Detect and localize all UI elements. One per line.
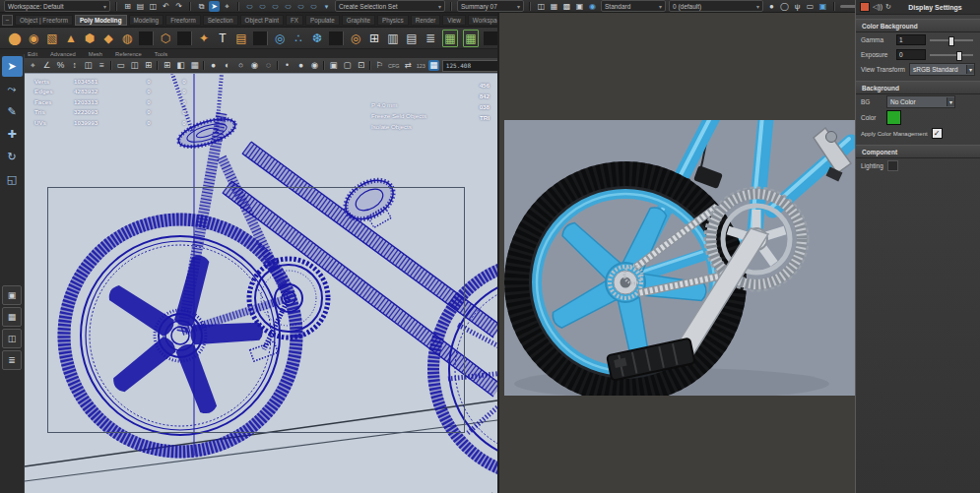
- submenu-item[interactable]: Advanced: [50, 51, 76, 57]
- scale-tool-icon[interactable]: ◱: [2, 169, 23, 190]
- wireframe-view-icon[interactable]: ○: [235, 60, 246, 71]
- unwrap-icon[interactable]: ▦: [463, 30, 479, 47]
- layout-wide-icon[interactable]: ◧: [175, 60, 186, 71]
- exposure-input[interactable]: [896, 49, 926, 60]
- undo-icon[interactable]: ↶: [161, 1, 171, 12]
- ribbon-tab[interactable]: FX: [286, 15, 303, 26]
- refresh-icon[interactable]: ↻: [885, 3, 891, 11]
- fluid-icon[interactable]: ◎: [273, 31, 287, 46]
- minimize-ribbon-button[interactable]: ‒: [2, 15, 13, 26]
- active-grid-icon[interactable]: ▦: [428, 60, 439, 71]
- select-tool-icon[interactable]: ➤: [2, 56, 23, 77]
- color-chip-icon[interactable]: [860, 2, 870, 12]
- swap-icon[interactable]: ⇄: [403, 60, 414, 71]
- sphere-preview-icon[interactable]: ◉: [309, 60, 320, 71]
- isolate-icon[interactable]: ▣: [328, 60, 339, 71]
- ribbon-tab[interactable]: Render: [411, 15, 441, 26]
- cylinder-icon[interactable]: ⬢: [83, 31, 97, 46]
- mirror-icon[interactable]: ◫: [536, 1, 547, 12]
- mirror-tool-icon[interactable]: ◫: [83, 60, 94, 71]
- layout-quad-icon[interactable]: ⊞: [162, 60, 172, 71]
- redo-icon[interactable]: ↷: [173, 1, 184, 12]
- snapshot-icon[interactable]: ▣: [2, 285, 22, 305]
- open-folder-icon[interactable]: ▤: [135, 1, 146, 12]
- soft-select-icon[interactable]: ⤳: [2, 79, 23, 99]
- align-tool-icon[interactable]: ≡: [97, 60, 107, 71]
- exposure-slider[interactable]: [930, 54, 973, 56]
- spinner-snap-icon[interactable]: ↕: [69, 60, 80, 71]
- board-icon[interactable]: ▤: [234, 31, 248, 46]
- ribbon-tab[interactable]: Object | Freeform: [15, 15, 73, 26]
- select-by-name-icon[interactable]: ⌖: [222, 1, 232, 12]
- grid-pair-icon[interactable]: ▦: [2, 307, 22, 327]
- layout-grid-icon[interactable]: ▦: [189, 60, 200, 71]
- dot-large-icon[interactable]: ●: [295, 60, 306, 71]
- submenu-item[interactable]: Mesh: [89, 51, 102, 57]
- uv-editor-icon[interactable]: ▦: [442, 30, 458, 47]
- spline-icon[interactable]: ✦: [197, 31, 211, 46]
- ribbon-tab[interactable]: Poly Modeling: [75, 15, 127, 26]
- ghost-icon[interactable]: ▢: [342, 60, 353, 71]
- layer-manager-icon[interactable]: ▩: [561, 1, 572, 12]
- section-background[interactable]: Background: [856, 81, 980, 94]
- material-editor-icon[interactable]: ψ: [792, 1, 803, 12]
- box-icon[interactable]: ▧: [45, 31, 59, 46]
- graphite-ribbon-icon[interactable]: ▣: [574, 1, 585, 12]
- render-viewport[interactable]: [499, 13, 855, 493]
- material-dropdown[interactable]: Standard ▾: [601, 0, 666, 12]
- section-color-background[interactable]: Color Background: [856, 19, 980, 32]
- new-file-icon[interactable]: ⊞: [122, 1, 133, 12]
- background-color-swatch[interactable]: [886, 110, 901, 125]
- grid-array-icon[interactable]: ⊞: [367, 31, 381, 46]
- dot-small-icon[interactable]: •: [282, 60, 293, 71]
- panel-pair-icon[interactable]: ◫: [2, 329, 22, 348]
- ambient-occlusion-icon[interactable]: ◌: [263, 60, 274, 71]
- shaded-view-icon[interactable]: ●: [208, 60, 219, 71]
- apply-color-management-checkbox[interactable]: ✓: [932, 128, 943, 139]
- lighting-view-icon[interactable]: ◉: [249, 60, 260, 71]
- list-icon[interactable]: ≣: [424, 31, 437, 46]
- geosphere-icon[interactable]: ◉: [27, 31, 40, 46]
- named-selection-dropdown[interactable]: Create Selection Set ▾: [335, 0, 445, 12]
- percent-snap-icon[interactable]: %: [55, 60, 66, 71]
- section-component[interactable]: Component: [856, 145, 980, 158]
- plane-icon[interactable]: ◆: [101, 31, 115, 46]
- outline-list-icon[interactable]: ≣: [2, 350, 22, 370]
- layout-split-icon[interactable]: ◫: [129, 60, 140, 71]
- paint-region-icon[interactable]: ⬭: [295, 1, 306, 12]
- move-tool-icon[interactable]: ✚: [2, 124, 23, 145]
- lasso-region-icon[interactable]: ⬭: [283, 1, 294, 12]
- render-production-icon[interactable]: ●: [766, 1, 777, 12]
- torus-icon[interactable]: ◍: [120, 31, 134, 46]
- ribbon-tab[interactable]: Selection: [203, 15, 238, 26]
- gamma-slider-handle[interactable]: [948, 36, 954, 46]
- wireframe-viewport[interactable]: Verts 1034581 0 0 Edges 4283932 0 0 Face…: [25, 74, 497, 493]
- workspace-dropdown[interactable]: Workspace: Default ▾: [4, 0, 110, 12]
- frame-selected-icon[interactable]: ⊡: [356, 60, 366, 71]
- window-crossing-icon[interactable]: ⬭: [308, 1, 319, 12]
- fence-region-icon[interactable]: ⬭: [270, 1, 281, 12]
- safe-frame-icon[interactable]: ▣: [817, 1, 828, 12]
- speaker-icon[interactable]: ◁)): [873, 3, 882, 11]
- notification-icon[interactable]: ⚐: [374, 60, 385, 71]
- view-transform-dropdown[interactable]: sRGB Standard ▾: [909, 63, 975, 76]
- summary-dropdown[interactable]: Summary 07 ▾: [457, 0, 524, 12]
- ribbon-tab[interactable]: Graphite: [342, 15, 375, 26]
- submenu-item[interactable]: Tools: [155, 51, 168, 57]
- ribbon-tab[interactable]: Modeling: [129, 15, 164, 26]
- bg-dropdown[interactable]: No Color ▾: [886, 95, 955, 108]
- viewport-frame-icon[interactable]: ▭: [805, 1, 816, 12]
- ribbon-tab[interactable]: Freeform: [165, 15, 201, 26]
- rectangular-region-icon[interactable]: ⬭: [244, 1, 255, 12]
- ribbon-tab[interactable]: Populate: [305, 15, 340, 26]
- render-iterative-icon[interactable]: ◯: [779, 1, 790, 12]
- select-object-icon[interactable]: ➤: [209, 1, 220, 12]
- curve-editor-icon[interactable]: ◉: [587, 1, 598, 12]
- ribbon-tab[interactable]: Object Paint: [240, 15, 284, 26]
- material-view-icon[interactable]: ◐: [222, 60, 232, 71]
- polygon-icon[interactable]: ⬡: [159, 31, 172, 46]
- lighting-checkbox[interactable]: [887, 160, 898, 171]
- snowflake-icon[interactable]: ❆: [310, 31, 324, 46]
- layout-three-icon[interactable]: ⊞: [143, 60, 154, 71]
- gamma-input[interactable]: [896, 34, 926, 45]
